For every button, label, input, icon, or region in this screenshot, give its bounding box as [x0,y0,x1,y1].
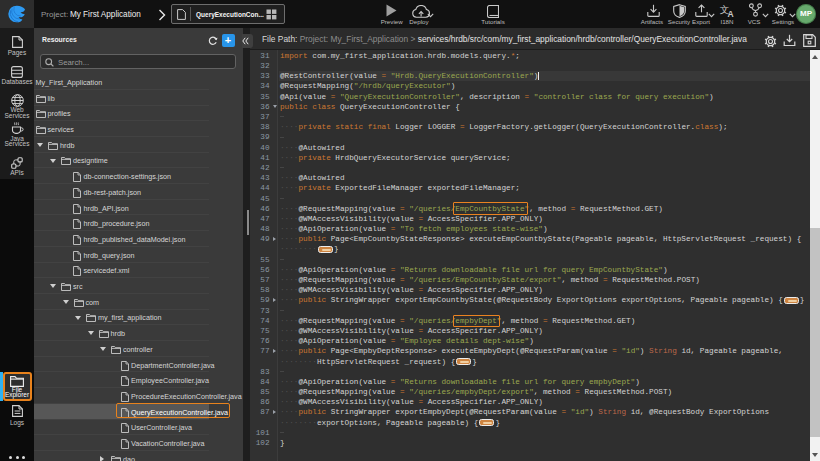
svg-text:A: A [728,9,734,17]
